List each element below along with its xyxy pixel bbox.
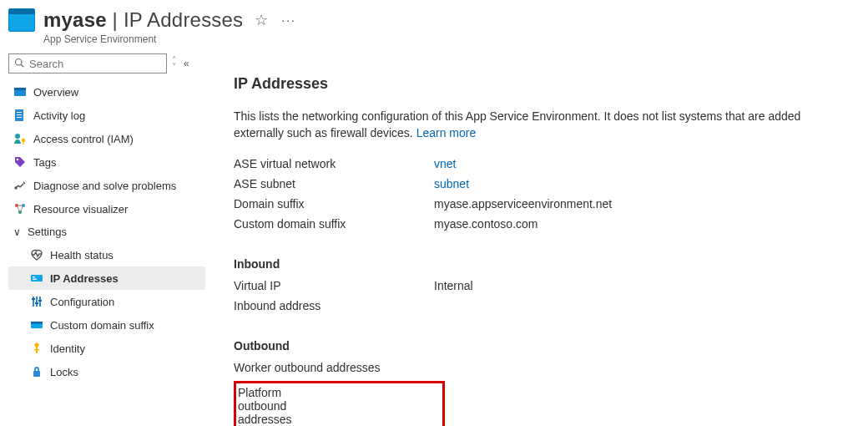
ase-subnet-link[interactable]: subnet [434,177,860,190]
outbound-section-title: Outbound [234,339,860,352]
custom-domain-suffix-value: myase.contoso.com [434,217,860,231]
sidebar-section-label: Settings [28,226,67,238]
svg-rect-7 [17,117,22,118]
svg-rect-33 [33,371,40,377]
domain-suffix-value: myase.appserviceenvironment.net [434,197,860,210]
svg-point-11 [17,159,19,161]
svg-rect-25 [32,298,35,300]
diagnose-icon [13,179,27,192]
virtual-ip-value: Internal [434,279,860,292]
more-commands-button[interactable]: ··· [281,13,296,27]
sidebar-item-diagnose[interactable]: Diagnose and solve problems [8,174,205,197]
svg-point-8 [15,134,20,139]
svg-rect-10 [23,142,23,145]
sidebar-item-resource-visualizer[interactable]: Resource visualizer [8,197,205,221]
sidebar-item-overview[interactable]: Overview [8,80,205,104]
svg-line-17 [17,205,20,212]
svg-rect-22 [33,297,34,307]
worker-outbound-value [434,361,860,374]
overview-icon [13,85,27,99]
svg-rect-6 [17,114,22,115]
resource-type-icon [8,8,35,32]
svg-rect-26 [35,302,38,304]
svg-rect-27 [38,300,42,302]
sidebar-item-label: Diagnose and solve problems [33,180,176,192]
sidebar-item-activity-log[interactable]: Activity log [8,104,205,127]
platform-outbound-label: Platform outbound addresses [234,381,434,426]
sidebar-search-input[interactable] [28,57,161,71]
sidebar-item-label: Activity log [33,109,85,122]
resource-visualizer-icon [13,202,27,216]
custom-domain-icon [30,318,43,332]
sidebar-item-access-control[interactable]: Access control (IAM) [8,127,205,150]
resource-type-subtitle: App Service Environment [43,33,868,45]
svg-rect-5 [17,112,22,113]
svg-rect-19 [31,275,43,281]
sidebar-item-label: Overview [33,86,78,99]
sidebar-item-label: Health status [50,249,114,261]
sidebar-item-configuration[interactable]: Configuration [8,290,205,313]
sidebar: ˄˅ « Overview Activity log Acc [0,53,209,426]
configuration-icon [30,295,43,308]
main-title: IP Addresses [234,75,860,93]
platform-outbound-value [434,381,860,426]
sidebar-item-tags[interactable]: Tags [8,150,205,174]
svg-rect-32 [34,349,39,351]
svg-rect-29 [31,322,43,324]
tags-icon [13,155,27,169]
ip-addresses-icon [30,271,43,285]
sidebar-expand-toggle[interactable]: ˄˅ [172,57,177,70]
health-icon [30,248,43,261]
svg-line-1 [21,64,23,67]
sidebar-search[interactable] [8,53,167,74]
inbound-address-value [434,299,860,312]
worker-outbound-label: Worker outbound addresses [234,361,434,374]
svg-point-0 [16,58,23,65]
svg-line-18 [20,205,23,212]
main-pane: IP Addresses This lists the networking c… [209,53,868,426]
sidebar-collapse-button[interactable]: « [182,58,191,69]
activity-log-icon [13,109,27,122]
sidebar-item-label: Access control (IAM) [33,133,134,145]
ase-vnet-label: ASE virtual network [234,157,434,170]
sidebar-item-identity[interactable]: Identity [8,337,205,360]
sidebar-item-label: Tags [33,156,56,169]
sidebar-section-settings[interactable]: ∨ Settings [8,221,205,243]
sidebar-item-locks[interactable]: Locks [8,360,205,383]
identity-icon [30,342,43,355]
sidebar-item-label: IP Addresses [50,272,119,285]
ase-subnet-label: ASE subnet [234,177,434,190]
sidebar-item-health-status[interactable]: Health status [8,243,205,266]
resource-name: myase [43,8,107,31]
inbound-address-label: Inbound address [234,299,434,312]
highlighted-platform-outbound: Platform outbound addresses [234,381,445,426]
svg-rect-20 [33,276,35,277]
description-text: This lists the networking configuration … [234,109,800,139]
svg-rect-3 [14,88,26,90]
description: This lists the networking configuration … [234,108,851,142]
virtual-ip-label: Virtual IP [234,279,434,292]
page-title: myase | IP Addresses [43,8,243,32]
svg-rect-23 [36,297,38,307]
svg-rect-21 [33,279,37,280]
sidebar-item-label: Resource visualizer [33,203,128,216]
sidebar-item-label: Locks [50,366,78,378]
favorite-star-icon[interactable]: ☆ [255,11,268,29]
lock-icon [30,365,43,378]
learn-more-link[interactable]: Learn more [416,126,477,139]
domain-suffix-label: Domain suffix [234,197,434,210]
svg-point-12 [15,187,17,189]
sidebar-item-label: Configuration [50,296,114,308]
sidebar-item-label: Identity [50,342,85,355]
access-control-icon [13,132,27,145]
search-icon [14,58,24,70]
ase-vnet-link[interactable]: vnet [434,157,860,170]
sidebar-item-ip-addresses[interactable]: IP Addresses [8,266,205,290]
sidebar-item-label: Custom domain suffix [50,319,154,332]
chevron-down-icon: ∨ [13,226,21,238]
custom-domain-suffix-label: Custom domain suffix [234,217,434,231]
inbound-section-title: Inbound [234,257,860,271]
sidebar-item-custom-domain-suffix[interactable]: Custom domain suffix [8,313,205,337]
svg-point-30 [35,343,39,347]
blade-name: IP Addresses [124,8,243,31]
